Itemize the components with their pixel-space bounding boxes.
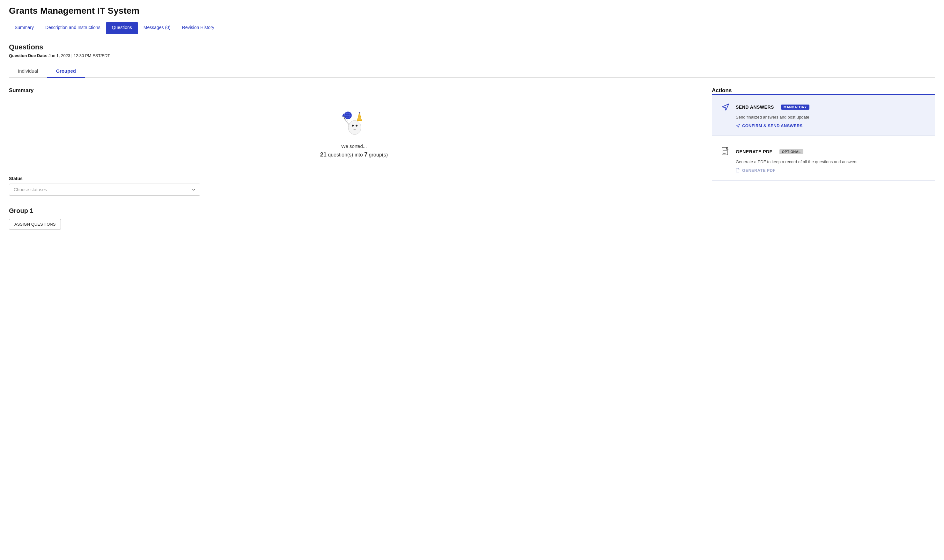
sub-tab-individual[interactable]: Individual (9, 65, 47, 78)
group1-title: Group 1 (9, 207, 699, 214)
tab-messages[interactable]: Messages (0) (138, 22, 176, 34)
sorted-numbers: 21 question(s) into 7 group(s) (320, 151, 388, 158)
group1-section: Group 1 ASSIGN QUESTIONS (9, 207, 699, 229)
left-column: Summary (9, 87, 699, 229)
confirm-send-icon (736, 124, 740, 128)
svg-rect-15 (722, 147, 728, 155)
send-answers-description: Send finalized answers and post update (736, 115, 927, 120)
svg-point-1 (348, 120, 361, 134)
svg-point-3 (356, 125, 358, 126)
pdf-link-icon (736, 168, 740, 173)
confirm-send-answers-link[interactable]: CONFIRM & SEND ANSWERS (736, 123, 803, 128)
due-date: Question Due Date: Jun 1, 2023 | 12:30 P… (9, 53, 935, 58)
status-label: Status (9, 176, 699, 181)
summary-box: We sorted... 21 question(s) into 7 group… (9, 100, 699, 165)
app-title: Grants Management IT System (9, 6, 935, 16)
tab-revision-history[interactable]: Revision History (176, 22, 220, 34)
nav-tabs: Summary Description and Instructions Que… (9, 22, 935, 34)
status-section: Status Choose statuses (9, 176, 699, 196)
generate-pdf-title: GENERATE PDF (736, 149, 773, 154)
summary-section-title: Summary (9, 87, 699, 94)
sorted-text: We sorted... (341, 143, 367, 149)
generate-pdf-link[interactable]: GENERATE PDF (736, 168, 775, 173)
mascot-illustration (339, 109, 369, 138)
right-column: Actions SEND ANSWERS MANDATORY Send fina… (712, 87, 935, 229)
two-column-layout: Summary (9, 87, 935, 229)
generate-pdf-icon (720, 146, 731, 157)
main-content: Questions Question Due Date: Jun 1, 2023… (0, 34, 944, 242)
svg-marker-12 (357, 112, 362, 120)
mandatory-badge: MANDATORY (781, 105, 810, 110)
page-heading: Questions (9, 43, 935, 51)
sub-tab-grouped[interactable]: Grouped (47, 65, 85, 78)
send-answers-header: SEND ANSWERS MANDATORY (720, 102, 927, 113)
generate-pdf-description: Generate a PDF to keep a record of all t… (736, 159, 927, 164)
generate-pdf-card: GENERATE PDF OPTIONAL Generate a PDF to … (712, 140, 935, 181)
svg-point-2 (352, 125, 354, 126)
generate-pdf-header: GENERATE PDF OPTIONAL (720, 146, 927, 157)
sub-tabs: Individual Grouped (9, 65, 935, 78)
tab-description[interactable]: Description and Instructions (40, 22, 106, 34)
assign-questions-button[interactable]: ASSIGN QUESTIONS (9, 219, 61, 229)
status-select[interactable]: Choose statuses (9, 184, 200, 196)
optional-badge: OPTIONAL (779, 149, 804, 154)
send-answers-icon (720, 102, 731, 113)
svg-rect-19 (736, 168, 739, 172)
tab-questions[interactable]: Questions (106, 22, 138, 34)
tab-summary[interactable]: Summary (9, 22, 40, 34)
actions-title: Actions (712, 87, 935, 94)
send-answers-title: SEND ANSWERS (736, 105, 774, 110)
svg-line-4 (346, 120, 349, 125)
send-answers-card: SEND ANSWERS MANDATORY Send finalized an… (712, 95, 935, 136)
app-header: Grants Management IT System Summary Desc… (0, 0, 944, 34)
